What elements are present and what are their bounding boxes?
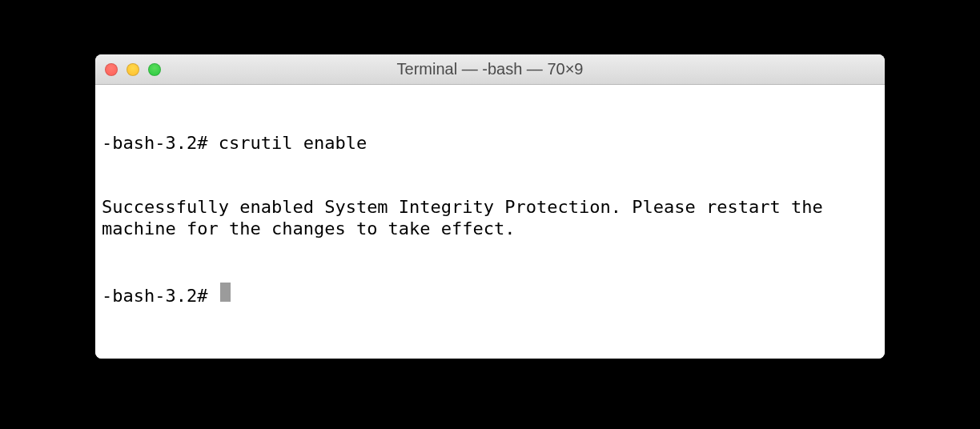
terminal-window: Terminal — -bash — 70×9 -bash-3.2# csrut… xyxy=(95,54,885,359)
terminal-content[interactable]: -bash-3.2# csrutil enable Successfully e… xyxy=(95,85,885,359)
window-title: Terminal — -bash — 70×9 xyxy=(397,60,584,78)
terminal-prompt-row: -bash-3.2# xyxy=(102,283,878,307)
traffic-lights xyxy=(105,63,161,76)
terminal-prompt: -bash-3.2# xyxy=(102,286,219,307)
close-icon[interactable] xyxy=(105,63,118,76)
minimize-icon[interactable] xyxy=(127,63,139,76)
terminal-line: -bash-3.2# csrutil enable xyxy=(102,133,878,154)
cursor-icon xyxy=(220,283,231,302)
terminal-line: Successfully enabled System Integrity Pr… xyxy=(102,197,878,240)
zoom-icon[interactable] xyxy=(148,63,161,76)
window-titlebar[interactable]: Terminal — -bash — 70×9 xyxy=(95,54,885,85)
